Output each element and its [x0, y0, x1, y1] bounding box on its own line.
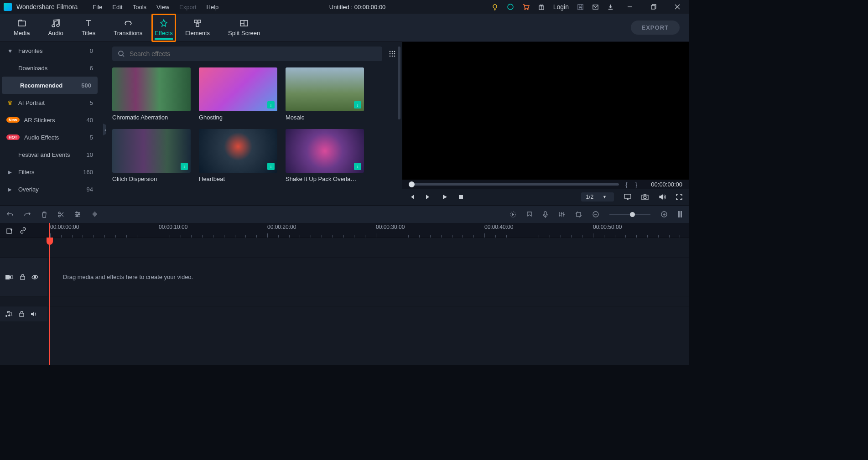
- elements-icon: [193, 19, 202, 28]
- preview-timecode: 00:00:00:00: [651, 181, 682, 188]
- effect-card[interactable]: Chromatic Aberration: [112, 67, 191, 121]
- menu-tools[interactable]: Tools: [128, 4, 151, 10]
- snapshot-button[interactable]: [641, 194, 649, 200]
- svg-rect-10: [198, 20, 201, 23]
- menu-file[interactable]: File: [88, 4, 107, 10]
- tab-audio[interactable]: Audio: [39, 14, 72, 42]
- effect-card[interactable]: ↓Glitch Dispersion: [112, 129, 191, 182]
- video-track[interactable]: 1 Drag media and effects here to create …: [0, 258, 689, 296]
- menu-view[interactable]: View: [151, 4, 174, 10]
- sidebar-item-overlay[interactable]: ▶Overlay94: [0, 181, 99, 198]
- store-icon[interactable]: [522, 3, 530, 10]
- mixer-button[interactable]: [558, 211, 565, 217]
- svg-rect-23: [459, 195, 463, 199]
- document-title: Untitled : 00:00:00:00: [223, 4, 491, 10]
- search-box[interactable]: [112, 47, 382, 61]
- volume-button[interactable]: [659, 194, 666, 200]
- render-button[interactable]: [509, 211, 516, 218]
- tips-icon[interactable]: [491, 3, 499, 10]
- effect-card[interactable]: ↓Heartbeat: [199, 129, 277, 182]
- marker-button[interactable]: [526, 211, 532, 218]
- gift-icon[interactable]: [538, 3, 545, 10]
- title-bar: Wondershare Filmora FileEditToolsViewExp…: [0, 0, 689, 14]
- message-icon[interactable]: [592, 4, 599, 10]
- audio-track[interactable]: 1: [0, 306, 689, 321]
- export-button[interactable]: EXPORT: [631, 21, 680, 35]
- adjust-button[interactable]: [74, 211, 81, 217]
- menu-help[interactable]: Help: [202, 4, 224, 10]
- minimize-button[interactable]: [622, 0, 638, 14]
- tab-elements[interactable]: Elements: [176, 14, 219, 42]
- view-mode-icon[interactable]: [389, 50, 396, 57]
- sidebar-item-downloads[interactable]: Downloads6: [0, 59, 99, 77]
- preview-quality-select[interactable]: 1/2▼: [581, 192, 614, 202]
- crop-button[interactable]: [575, 211, 582, 218]
- svg-rect-40: [5, 275, 10, 279]
- svg-rect-8: [18, 21, 26, 26]
- sidebar-item-favorites[interactable]: ♥Favorites0: [0, 42, 99, 59]
- timeline-ruler[interactable]: 00:00:00:0000:00:10:0000:00:20:0000:00:3…: [0, 223, 689, 238]
- add-track-button[interactable]: [6, 227, 13, 234]
- effect-card[interactable]: ↓Mosaic: [286, 67, 364, 121]
- zoom-in-button[interactable]: [660, 211, 668, 218]
- effect-card[interactable]: ↓Ghosting: [199, 67, 277, 121]
- svg-rect-41: [21, 276, 25, 279]
- tab-effects[interactable]: Effects: [151, 14, 176, 42]
- undo-button[interactable]: [6, 211, 14, 217]
- support-icon[interactable]: [507, 3, 514, 10]
- zoom-out-button[interactable]: [592, 211, 599, 218]
- tab-transitions[interactable]: Transitions: [104, 14, 151, 42]
- svg-point-2: [525, 9, 525, 10]
- redo-button[interactable]: [24, 211, 31, 217]
- effect-name: Glitch Dispersion: [112, 176, 191, 182]
- download-badge-icon: ↓: [267, 163, 275, 170]
- step-forward-button[interactable]: [425, 194, 431, 200]
- track-type-audio-icon: 1: [5, 311, 13, 317]
- mute-icon[interactable]: [31, 311, 36, 317]
- zoom-fit-button[interactable]: [678, 211, 682, 218]
- track-drop-area[interactable]: Drag media and effects here to create yo…: [47, 258, 689, 296]
- marker-braces[interactable]: { }: [625, 181, 640, 188]
- download-icon[interactable]: [607, 4, 614, 10]
- play-button[interactable]: [442, 194, 448, 200]
- svg-rect-37: [678, 211, 680, 217]
- browser-scrollbar[interactable]: [398, 47, 400, 119]
- voiceover-button[interactable]: [542, 211, 548, 218]
- stop-button[interactable]: [458, 194, 464, 200]
- sidebar-item-audio-effects[interactable]: HOTAudio Effects5: [0, 129, 99, 146]
- lock-icon[interactable]: [19, 311, 24, 317]
- audio-icon: [51, 19, 60, 28]
- split-button[interactable]: [57, 211, 64, 218]
- login-button[interactable]: Login: [553, 3, 569, 10]
- tab-media[interactable]: Media: [5, 14, 39, 42]
- svg-rect-34: [577, 212, 581, 217]
- visibility-icon[interactable]: [31, 275, 38, 279]
- sidebar-item-filters[interactable]: ▶Filters160: [0, 163, 99, 181]
- svg-point-22: [394, 56, 395, 57]
- save-icon[interactable]: [577, 4, 584, 10]
- close-button[interactable]: [670, 0, 685, 14]
- link-button[interactable]: [20, 227, 26, 234]
- sidebar-item-ar-stickers[interactable]: NewAR Stickers40: [0, 111, 99, 129]
- sidebar-item-recommended[interactable]: Recommended500: [2, 77, 98, 94]
- menu-edit[interactable]: Edit: [107, 4, 127, 10]
- svg-rect-38: [681, 211, 682, 217]
- tab-split-screen[interactable]: Split Screen: [219, 14, 269, 42]
- lock-icon[interactable]: [20, 274, 25, 280]
- sidebar-item-festival-and-events[interactable]: Festival and Events10: [0, 146, 99, 163]
- audio-wave-button[interactable]: [91, 211, 99, 217]
- app-title: Wondershare Filmora: [16, 3, 78, 10]
- effect-card[interactable]: ↓Shake It Up Pack Overla…: [286, 129, 364, 182]
- maximize-button[interactable]: [646, 0, 661, 14]
- preview-canvas[interactable]: [402, 42, 689, 180]
- zoom-slider[interactable]: [609, 214, 650, 215]
- effects-browser: Chromatic Aberration↓Ghosting↓Mosaic↓Gli…: [106, 42, 402, 205]
- delete-button[interactable]: [41, 211, 47, 218]
- display-button[interactable]: [624, 194, 631, 200]
- preview-scrubber[interactable]: [409, 183, 619, 186]
- fullscreen-button[interactable]: [676, 194, 682, 200]
- search-input[interactable]: [130, 50, 377, 57]
- tab-titles[interactable]: Titles: [73, 14, 105, 42]
- sidebar-item-ai-portrait[interactable]: ♛AI Portrait5: [0, 94, 99, 111]
- step-back-button[interactable]: [409, 194, 415, 200]
